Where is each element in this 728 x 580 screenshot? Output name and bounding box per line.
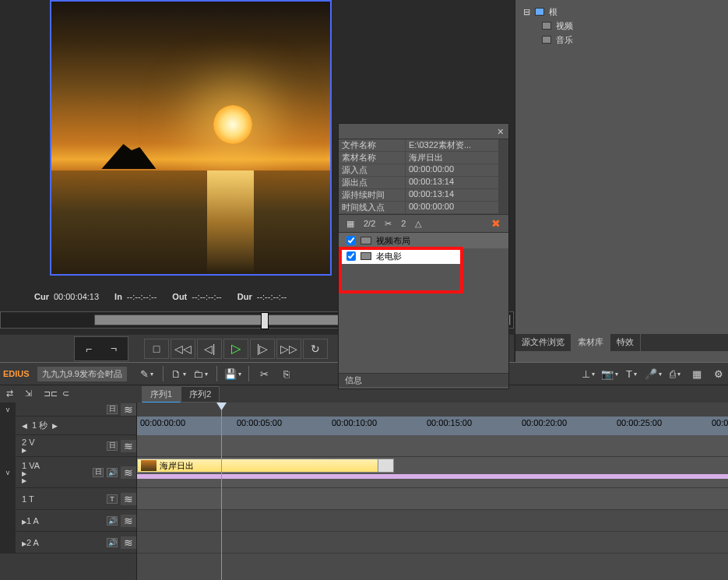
track-a2[interactable] <box>137 532 728 554</box>
settings-button[interactable]: ⚙ <box>709 365 728 382</box>
timeline-ruler[interactable]: 00:00:00:00 00:00:05:00 00:00:10:00 00:0… <box>137 417 728 435</box>
folder-icon <box>535 8 544 16</box>
rewind-button[interactable]: ◁◁ <box>171 339 195 359</box>
folder-button[interactable]: 🗀▾ <box>192 365 210 382</box>
lock-icon[interactable]: 日 <box>93 468 104 477</box>
prev-frame-button[interactable]: ◁| <box>197 339 222 359</box>
triangle-icon[interactable]: △ <box>415 219 421 229</box>
film-icon: ▦ <box>346 219 354 229</box>
track-a1[interactable] <box>137 510 728 532</box>
speaker-icon[interactable]: 🔊 <box>107 468 118 477</box>
fx-scissor-count: 2 <box>401 219 406 228</box>
highlight-annotation <box>339 247 463 294</box>
expand-icon[interactable]: ≋ <box>121 536 136 549</box>
ruler-tick: 00:00:10:00 <box>332 418 377 427</box>
new-button[interactable]: ✎▾ <box>138 365 157 382</box>
tree-label: 音乐 <box>556 34 573 46</box>
save-button[interactable]: 💾▾ <box>223 365 242 382</box>
timeline-clip[interactable]: 海岸日出 <box>137 459 394 473</box>
lock-icon[interactable]: 日 <box>107 405 118 414</box>
stop-button[interactable]: □ <box>144 339 169 359</box>
timeline-tracks[interactable]: 00:00:00:00 00:00:05:00 00:00:10:00 00:0… <box>137 402 728 580</box>
close-icon[interactable]: × <box>498 125 504 138</box>
scale-right-icon[interactable]: ▶ <box>52 422 58 430</box>
title-button[interactable]: T▾ <box>622 365 641 382</box>
mark-out-button[interactable]: ¬ <box>101 339 126 359</box>
snap-icon[interactable]: ⊐⊏ <box>44 388 58 399</box>
playhead[interactable] <box>221 402 222 580</box>
fx-checkbox[interactable] <box>346 236 356 245</box>
tab-source-browse[interactable]: 源文件浏览 <box>515 334 571 351</box>
camera-button[interactable]: 📷▾ <box>600 365 619 382</box>
track-header-va1[interactable]: v 1 VA▶▶ 日🔊 ≋ <box>0 457 136 488</box>
bin-icon <box>542 36 551 44</box>
track-t1[interactable] <box>137 488 728 510</box>
track-v2[interactable] <box>137 435 728 457</box>
preview-window[interactable] <box>50 0 332 276</box>
info-val: 00:00:00:00 <box>406 202 498 213</box>
info-val: E:\0322素材资... <box>406 139 498 151</box>
lock-icon[interactable]: 日 <box>107 441 118 451</box>
mode-icon[interactable]: ⇲ <box>25 388 39 399</box>
tree-label: 视频 <box>556 20 573 32</box>
expand-icon[interactable]: ≋ <box>121 466 136 479</box>
ruler-tick: 00:00:05:00 <box>237 418 282 427</box>
v-master-header[interactable]: v 日 ≋ <box>0 402 136 417</box>
ruler-tick: 00:00:20:00 <box>522 418 567 427</box>
copy-button[interactable]: ⎘ <box>277 365 296 382</box>
tree-item[interactable]: 音乐 <box>523 33 720 47</box>
dur-label: Dur <box>237 292 252 301</box>
scissors-icon[interactable]: ✂ <box>385 219 392 229</box>
tool-button[interactable]: ⊥▾ <box>579 365 597 382</box>
v-icon[interactable]: v <box>0 457 16 487</box>
track-header-a2[interactable]: ▶2 A 🔊 ≋ <box>0 532 136 554</box>
forward-button[interactable]: ▷▷ <box>276 339 301 359</box>
magnet-icon[interactable]: ⊂ <box>62 388 76 399</box>
title-icon[interactable]: T <box>107 494 118 504</box>
play-button[interactable]: ▷ <box>223 339 248 359</box>
delete-icon[interactable]: ✖ <box>491 217 501 230</box>
sequence-tab[interactable]: 序列2 <box>181 386 220 402</box>
open-button[interactable]: 🗋▾ <box>170 365 188 382</box>
audio-button[interactable]: 🎤▾ <box>644 365 663 382</box>
v-icon[interactable]: v <box>0 402 16 416</box>
expand-icon[interactable]: ≋ <box>121 403 136 416</box>
next-frame-button[interactable]: |▷ <box>250 339 275 359</box>
tab-bin[interactable]: 素材库 <box>571 334 610 351</box>
sequence-tab[interactable]: 序列1 <box>142 386 181 402</box>
export-button[interactable]: ⎙▾ <box>666 365 684 382</box>
info-key: 素材名称 <box>339 152 406 163</box>
scrub-head[interactable] <box>261 312 269 329</box>
layout-button[interactable]: ▦ <box>688 365 706 382</box>
speaker-icon[interactable]: 🔊 <box>107 516 118 526</box>
info-key: 源入点 <box>339 164 406 176</box>
fx-type-icon <box>360 237 371 244</box>
info-key: 源出点 <box>339 177 406 188</box>
mode-icon[interactable]: ⇄ <box>6 388 20 399</box>
sequence-tabs: 序列1 序列2 <box>142 386 220 402</box>
bin-panel: ⊟根 视频 音乐 源文件浏览 素材库 特效 <box>515 0 728 362</box>
expand-icon[interactable]: ≋ <box>121 515 136 527</box>
project-name: 九九九9.9发布会时品 <box>37 367 127 381</box>
tree-root[interactable]: ⊟根 <box>523 5 720 19</box>
info-key: 源持续时间 <box>339 189 406 201</box>
track-header-t1[interactable]: 1 T T ≋ <box>0 488 136 510</box>
track-header-a1[interactable]: ▶1 A 🔊 ≋ <box>0 510 136 532</box>
info-val: 00:00:13:14 <box>406 177 498 188</box>
expand-icon[interactable]: ≋ <box>121 440 136 452</box>
fx-item[interactable]: 视频布局 <box>339 233 508 248</box>
info-panel-header[interactable]: × <box>339 124 508 139</box>
speaker-icon[interactable]: 🔊 <box>107 538 118 547</box>
loop-button[interactable]: ↻ <box>303 339 328 359</box>
mark-in-button[interactable]: ⌐ <box>76 339 101 359</box>
cut-button[interactable]: ✂ <box>255 365 274 382</box>
tab-effects[interactable]: 特效 <box>610 334 641 351</box>
track-header-v2[interactable]: 2 V▶ 日 ≋ <box>0 435 136 457</box>
expand-icon[interactable]: ≋ <box>121 493 136 505</box>
track-va1[interactable]: 海岸日出 <box>137 457 728 488</box>
info-scrollbar[interactable] <box>498 139 508 214</box>
info-val: 00:00:13:14 <box>406 189 498 201</box>
scale-left-icon[interactable]: ◀ <box>22 422 27 430</box>
tree-item[interactable]: 视频 <box>523 19 720 33</box>
scale-header[interactable]: ◀1 秒▶ <box>0 417 136 435</box>
